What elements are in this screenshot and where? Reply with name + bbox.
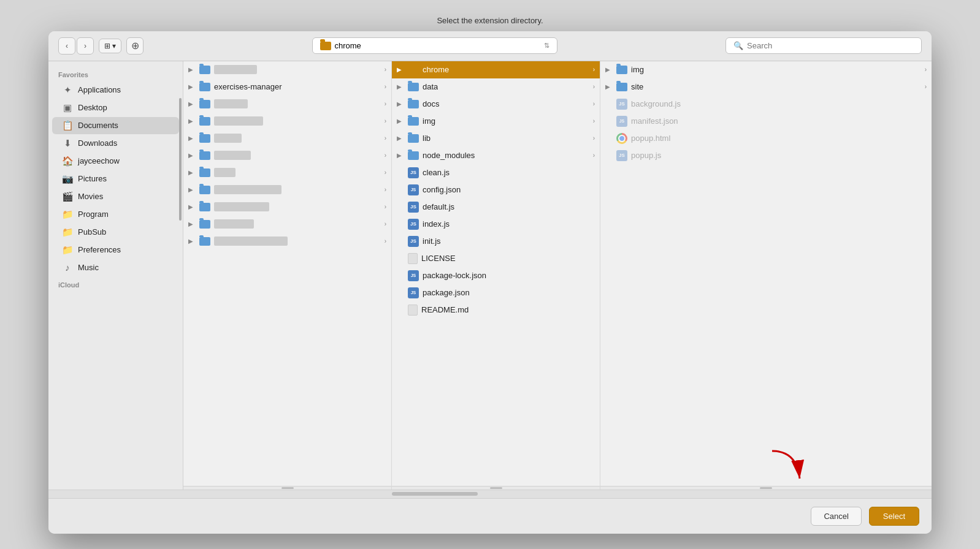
table-row[interactable]: ▶ ​ › [183, 130, 391, 147]
table-row[interactable]: ▶ LICENSE [392, 250, 600, 267]
sidebar-item-documents[interactable]: 📋 Documents [52, 117, 179, 134]
table-row[interactable]: ▶ site › [600, 78, 932, 96]
folder-icon [408, 117, 419, 126]
table-row[interactable]: ▶ README.md [392, 301, 600, 319]
json-file-icon: JS [408, 184, 419, 195]
view-button[interactable]: ⊞ ▾ [99, 39, 121, 53]
sidebar-item-preferences[interactable]: 📁 Preferences [52, 241, 179, 259]
chevron-right-icon: › [593, 135, 595, 142]
table-row[interactable]: ▶ ​ › [183, 147, 391, 164]
table-row[interactable]: ▶ JS package.json [392, 284, 600, 301]
table-row[interactable]: ▶ JS index.js [392, 216, 600, 233]
path-label: chrome [335, 41, 361, 50]
search-box[interactable]: 🔍 [725, 37, 922, 54]
chevron-right-icon: › [593, 118, 595, 124]
chevron-right-icon: › [593, 66, 595, 73]
table-row[interactable]: ▶ ​ › [183, 96, 391, 113]
forward-button[interactable]: › [77, 37, 94, 55]
table-row[interactable]: ▶ chrome › [392, 61, 600, 78]
chevron-right-icon: › [385, 66, 386, 73]
file-column-2: ▶ chrome › ▶ data › ▶ d [392, 61, 600, 490]
file-name: popup.js [631, 151, 661, 160]
cancel-button[interactable]: Cancel [811, 507, 861, 526]
json-file-icon: JS [616, 116, 627, 127]
sidebar-item-downloads[interactable]: ⬇ Downloads [52, 135, 179, 152]
folder-icon [199, 151, 210, 160]
sidebar-item-pubsub[interactable]: 📁 PubSub [52, 224, 179, 241]
file-name: ​ [214, 168, 235, 177]
folder-icon [408, 83, 419, 91]
scrollbar-thumb[interactable] [392, 492, 478, 496]
table-row[interactable]: ▶ JS background.js [600, 96, 932, 113]
table-row[interactable]: ▶ JS config.json [392, 181, 600, 199]
table-row[interactable]: ▶ ​ › [183, 61, 391, 78]
icloud-label: iCloud [48, 276, 183, 291]
table-row[interactable]: ▶ ​ › [183, 233, 391, 250]
sidebar-scrollbar[interactable] [179, 98, 182, 221]
table-row[interactable]: ▶ ​ › [183, 181, 391, 199]
back-button[interactable]: ‹ [58, 37, 75, 55]
select-button[interactable]: Select [869, 507, 919, 526]
path-selector[interactable]: chrome ⇅ [312, 37, 557, 54]
file-name: site [631, 82, 643, 91]
sidebar-item-label: Applications [78, 85, 121, 94]
table-row[interactable]: ▶ exercises-manager › [183, 78, 391, 96]
table-row[interactable]: ▶ JS popup.js [600, 147, 932, 164]
table-row[interactable]: ▶ node_modules › [392, 147, 600, 164]
file-name: LICENSE [421, 254, 456, 263]
table-row[interactable]: ▶ img › [392, 113, 600, 130]
table-row[interactable]: ▶ ​ › [183, 199, 391, 216]
file-name: clean.js [423, 168, 450, 177]
search-input[interactable] [747, 41, 914, 50]
sidebar-item-pictures[interactable]: 📷 Pictures [52, 170, 179, 187]
table-row[interactable]: ▶ JS init.js [392, 233, 600, 250]
file-name: ​ [214, 99, 248, 108]
table-row[interactable]: ▶ JS package-lock.json [392, 267, 600, 284]
sidebar-item-movies[interactable]: 🎬 Movies [52, 188, 179, 205]
expand-icon: ▶ [188, 135, 194, 142]
chevron-right-icon: › [385, 186, 386, 193]
chevron-right-icon: › [385, 238, 386, 244]
bottom-bar: Cancel Select [48, 498, 932, 534]
table-row[interactable]: ▶ img › [600, 61, 932, 78]
new-folder-icon: ⊕ [131, 40, 139, 51]
expand-icon: ▶ [605, 83, 611, 90]
table-row[interactable]: ▶ JS default.js [392, 199, 600, 216]
chevron-right-icon: › [385, 169, 386, 176]
sidebar-item-program[interactable]: 📁 Program [52, 206, 179, 223]
expand-icon: ▶ [605, 66, 611, 73]
folder-icon [616, 66, 627, 74]
sidebar-item-jayceechow[interactable]: 🏠 jayceechow [52, 153, 179, 170]
sidebar-item-applications[interactable]: ✦ Applications [52, 81, 179, 99]
folder-icon [408, 134, 419, 143]
sidebar-item-desktop[interactable]: ▣ Desktop [52, 99, 179, 116]
table-row[interactable]: ▶ JS clean.js [392, 164, 600, 181]
expand-icon: ▶ [397, 100, 403, 107]
view-icon: ⊞ [104, 42, 110, 50]
new-folder-button[interactable]: ⊕ [126, 37, 144, 55]
favorites-label: Favorites [48, 69, 183, 81]
chevron-right-icon: › [385, 100, 386, 107]
table-row[interactable]: ▶ ​ › [183, 164, 391, 181]
file-name: ​ [214, 185, 281, 194]
json-file-icon: JS [408, 287, 419, 298]
js-file-icon: JS [616, 150, 627, 161]
table-row[interactable]: ▶ ​ › [183, 113, 391, 130]
expand-icon: ▶ [188, 238, 194, 244]
table-row[interactable]: ▶ docs › [392, 96, 600, 113]
sidebar-item-music[interactable]: ♪ Music [52, 259, 179, 276]
file-column-1: ▶ ​ › ▶ exercises-manager › ▶ [183, 61, 392, 490]
table-row[interactable]: ▶ lib › [392, 130, 600, 147]
file-name: ​ [214, 65, 257, 74]
file-picker-dialog: ‹ › ⊞ ▾ ⊕ chrome ⇅ 🔍 Favorites [48, 31, 932, 534]
table-row[interactable]: ▶ data › [392, 78, 600, 96]
folder-icon [199, 83, 210, 91]
pictures-icon: 📷 [62, 173, 73, 184]
table-row[interactable]: ▶ ​ › [183, 216, 391, 233]
doc-file-icon [408, 305, 418, 316]
file-name: README.md [421, 305, 469, 314]
table-row[interactable]: ▶ popup.html [600, 130, 932, 147]
table-row[interactable]: ▶ JS manifest.json [600, 113, 932, 130]
search-icon: 🔍 [733, 41, 743, 50]
home-icon: 🏠 [62, 156, 73, 167]
